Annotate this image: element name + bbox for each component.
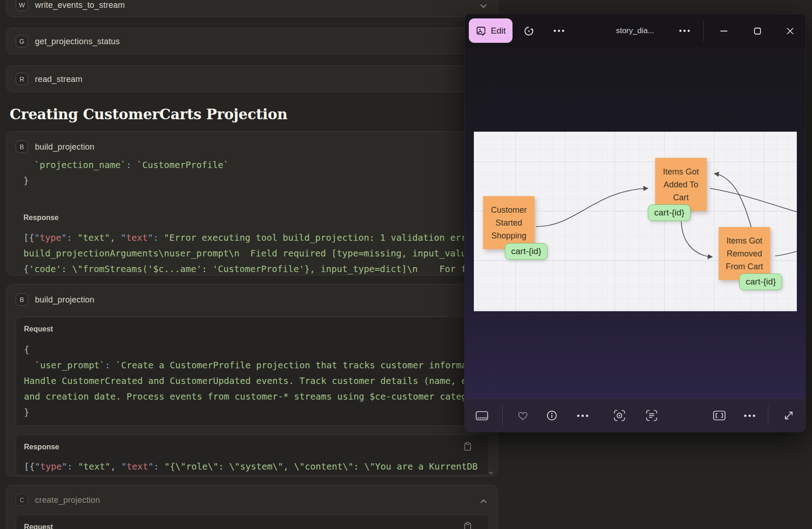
scroll-down-icon[interactable] [488, 468, 494, 477]
viewer-canvas: Customer Started Shopping Items Got Adde… [465, 47, 806, 399]
stream-tag-label: cart-{id} [648, 204, 691, 221]
titlebar-divider [703, 20, 704, 41]
tool-title: build_projection [35, 295, 94, 305]
tool-title: build_projection [35, 142, 94, 152]
response-panel: Response [{"type": "text", "text": "{\"r… [16, 435, 489, 476]
response-code-line: [{"type": "text", "text": "{\"role\": \"… [24, 459, 482, 475]
request-code-line: } [23, 173, 489, 189]
tool-badge: W [16, 0, 28, 11]
response-label: Response [24, 443, 59, 451]
request-code-line: Handle CustomerCreated and CustomerUpdat… [24, 373, 482, 389]
visual-search-icon[interactable] [612, 399, 626, 432]
tool-card-read-stream[interactable]: R read_stream [6, 65, 498, 92]
response-code-line: [{"type": "text", "text": "Error executi… [23, 230, 489, 246]
stream-tag-label: cart-{id} [739, 273, 782, 290]
tool-title: read_stream [35, 75, 82, 84]
chevron-up-icon[interactable] [480, 497, 487, 506]
photo-viewer-window: Customer Started Shopping Items Got Adde… [464, 14, 806, 432]
tool-card-get-projections-status[interactable]: G get_projections_status [6, 28, 498, 54]
rotate-icon[interactable] [522, 14, 536, 47]
tool-title: write_events_to_stream [35, 0, 125, 10]
toolbar-divider [502, 405, 503, 426]
tool-card-build-projection-2[interactable]: B build_projection Request { `user_promp… [6, 284, 498, 477]
tool-badge: R [16, 73, 28, 85]
request-code-line: `projection_name`: `CustomerProfile` [23, 157, 489, 173]
window-titlebar: Edit story_dia... [465, 14, 806, 47]
copy-icon[interactable] [463, 442, 472, 452]
info-icon[interactable] [545, 399, 559, 432]
text-actions-icon[interactable] [645, 399, 658, 432]
edit-button[interactable]: Edit [469, 18, 513, 43]
request-code-line: } [24, 405, 482, 420]
request-code-line: `user_prompt`: `Create a CustomerProfile… [24, 358, 482, 373]
chevron-down-icon[interactable] [480, 2, 487, 10]
window-toolbar [465, 398, 806, 432]
request-label: Request [24, 325, 53, 333]
request-code-line: and creation date. Process events from c… [24, 389, 482, 405]
edit-button-label: Edit [491, 26, 506, 36]
tool-badge: B [16, 140, 28, 153]
response-code-line: {'code': \"fromStreams('$c...ame': 'Cust… [23, 262, 489, 275]
tool-title: create_projection [35, 495, 100, 505]
request-panel: Request { `user_prompt`: `Create a Custo… [16, 317, 489, 426]
request-label: Request [24, 523, 53, 529]
tool-badge: G [16, 35, 28, 47]
tool-card-create-projection[interactable]: C create_projection Request [6, 485, 498, 529]
sticky-note-items-got-added: Items Got Added To Cart [655, 158, 707, 211]
sticky-note-items-got-removed: Items Got Removed From Cart [719, 227, 770, 280]
diagram-image: Customer Started Shopping Items Got Adde… [474, 132, 797, 311]
fit-screen-icon[interactable] [712, 399, 726, 432]
request-code-line: { [24, 342, 482, 358]
request-panel: Request [16, 515, 489, 529]
sticky-note-customer-started-shopping: Customer Started Shopping [483, 196, 535, 249]
toolbar-divider [768, 405, 768, 426]
response-code-line: build_projectionArguments\nuser_prompt\n… [23, 246, 489, 262]
more-icon[interactable] [678, 14, 691, 47]
filmstrip-icon[interactable] [475, 399, 489, 432]
maximize-icon[interactable] [750, 14, 764, 47]
copy-icon[interactable] [463, 522, 472, 529]
fullscreen-icon[interactable] [782, 399, 795, 432]
more-icon[interactable] [552, 14, 566, 47]
more-icon[interactable] [742, 399, 757, 432]
tool-title: get_projections_status [35, 37, 120, 47]
close-icon[interactable] [783, 14, 797, 47]
more-icon[interactable] [575, 399, 590, 432]
minimize-icon[interactable] [717, 14, 731, 47]
response-label: Response [23, 214, 58, 222]
tool-card-build-projection-1[interactable]: B build_projection `projection_name`: `C… [6, 131, 498, 275]
tool-badge: C [16, 494, 28, 506]
stream-tag-label: cart-{id} [505, 243, 547, 260]
tool-card-write-events-to-stream[interactable]: W write_events_to_stream [6, 0, 498, 17]
page-title: Creating CustomerCarts Projection [10, 106, 288, 122]
edit-image-icon [476, 25, 487, 36]
favorite-heart-icon[interactable] [516, 399, 530, 432]
tool-badge: B [16, 293, 28, 306]
